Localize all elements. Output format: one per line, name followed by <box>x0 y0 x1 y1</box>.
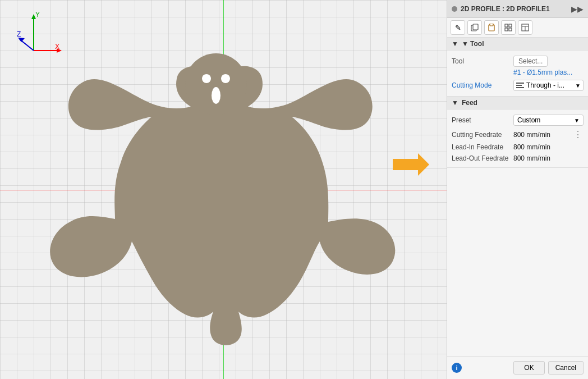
svg-marker-13 <box>393 153 429 176</box>
tool-section-label: ▼ Tool <box>462 40 484 48</box>
cutting-mode-row: Cutting Mode Through - i... ▼ <box>447 78 588 93</box>
cutting-mode-value: Through - i... <box>526 81 564 89</box>
svg-rect-20 <box>509 24 512 27</box>
tool-section-triangle: ▼ <box>452 40 458 48</box>
tool-section-header[interactable]: ▼ ▼ Tool <box>447 38 588 51</box>
preset-label: Preset <box>452 116 513 124</box>
svg-text:Y: Y <box>35 11 40 19</box>
character-shape <box>34 28 398 354</box>
cutting-feedrate-menu-button[interactable]: ⋮ <box>572 129 584 140</box>
tool-row: Tool Select... <box>447 54 588 69</box>
panel-status-dot <box>452 6 457 12</box>
svg-rect-21 <box>505 28 508 31</box>
bottom-buttons-area: i OK Cancel <box>447 356 588 379</box>
right-panel: 2D PROFILE : 2D PROFILE1 ▶▶ ✎ ▼ ▼ Tool T… <box>447 0 588 379</box>
arrow-right-annotation <box>387 150 432 185</box>
tool-paste-button[interactable] <box>484 20 499 35</box>
svg-point-9 <box>185 53 247 115</box>
feed-section-header[interactable]: ▼ Feed <box>447 97 588 109</box>
tool-edit-button[interactable]: ✎ <box>451 20 465 35</box>
tool-copy-button[interactable] <box>467 20 482 35</box>
cutting-mode-icon <box>516 83 524 88</box>
cutting-mode-dropdown-icon: ▼ <box>575 83 581 89</box>
svg-point-12 <box>212 87 220 104</box>
preset-row: Preset Custom ▼ <box>447 113 588 127</box>
panel-title: 2D PROFILE : 2D PROFILE1 <box>461 5 550 13</box>
preset-value: Custom <box>517 116 540 124</box>
svg-point-10 <box>202 74 211 83</box>
cutting-mode-select[interactable]: Through - i... ▼ <box>513 80 584 91</box>
svg-rect-18 <box>490 24 493 26</box>
cutting-mode-label: Cutting Mode <box>452 81 513 89</box>
feed-section-label: Feed <box>462 99 477 107</box>
cutting-feedrate-value: 800 mm/min <box>513 131 572 139</box>
leadout-feedrate-label: Lead-Out Feedrate <box>452 154 513 162</box>
panel-expand-button[interactable]: ▶▶ <box>571 4 584 13</box>
panel-header: 2D PROFILE : 2D PROFILE1 ▶▶ <box>447 0 588 18</box>
feed-section-triangle: ▼ <box>452 99 458 107</box>
leadout-feedrate-row: Lead-Out Feedrate 800 mm/min <box>447 153 588 164</box>
cancel-button[interactable]: Cancel <box>548 361 584 375</box>
info-button[interactable]: i <box>452 363 462 373</box>
ok-button[interactable]: OK <box>513 361 544 375</box>
svg-marker-7 <box>18 38 25 42</box>
svg-rect-16 <box>473 24 478 30</box>
preset-select[interactable]: Custom ▼ <box>513 115 584 126</box>
tool-form: Tool Select... #1 - Ø1.5mm plas... Cutti… <box>447 51 588 97</box>
cutting-feedrate-row: Cutting Feedrate 800 mm/min ⋮ <box>447 127 588 141</box>
panel-spacer <box>447 168 588 356</box>
tool-label: Tool <box>452 57 513 65</box>
svg-point-11 <box>221 74 230 83</box>
tool-table-button[interactable] <box>518 20 532 35</box>
feed-form: Preset Custom ▼ Cutting Feedrate 800 mm/… <box>447 109 588 168</box>
preset-dropdown-icon: ▼ <box>574 117 580 124</box>
cutting-feedrate-label: Cutting Feedrate <box>452 131 513 139</box>
svg-rect-22 <box>509 28 512 31</box>
leadin-feedrate-label: Lead-In Feedrate <box>452 143 513 151</box>
canvas-area: Y X Z <box>0 0 447 379</box>
tool-secondary-label: #1 - Ø1.5mm plas... <box>447 69 588 78</box>
svg-rect-19 <box>505 24 508 27</box>
toolbar: ✎ <box>447 18 588 38</box>
leadin-feedrate-value: 800 mm/min <box>513 143 584 151</box>
tool-grid-button[interactable] <box>501 20 516 35</box>
leadin-feedrate-row: Lead-In Feedrate 800 mm/min <box>447 141 588 153</box>
svg-text:Z: Z <box>17 30 21 38</box>
leadout-feedrate-value: 800 mm/min <box>513 154 584 162</box>
tool-select-button[interactable]: Select... <box>513 56 548 67</box>
